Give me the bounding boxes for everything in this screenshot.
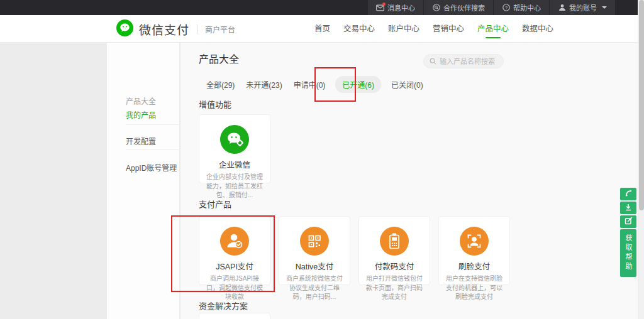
card-native-pay[interactable]: Native支付 商户系统按微信支付协议生成支付二维码，用户扫码... — [279, 216, 350, 285]
card-title: 付款码支付 — [359, 260, 430, 272]
header-nav: 首页 交易中心 账户中心 营销中心 产品中心 数据中心 — [313, 15, 555, 43]
get-help-button[interactable]: 获取帮助 — [620, 229, 636, 277]
section-funds-title: 资金解决方案 — [199, 300, 248, 311]
section-value-added-title: 增值功能 — [199, 98, 231, 110]
wecom-bubble-icon — [220, 125, 249, 154]
payment-cards: JSAPI支付 商户调用JSAPI接口，调起微信支付模块收款 Native支付 … — [199, 216, 510, 285]
chevron-down-icon — [602, 6, 607, 9]
search-icon — [430, 56, 436, 67]
tab-activated[interactable]: 已开通(6) — [335, 76, 381, 93]
card-description: 商户调用JSAPI接口，调起微信支付模块收款 — [199, 274, 270, 302]
envelope-icon — [376, 4, 384, 11]
person-check-icon — [220, 227, 249, 256]
download-icon — [625, 202, 632, 214]
sidebar: 产品大全 我的产品 开发配置 AppID账号管理 — [107, 43, 180, 319]
scrollbar-thumb[interactable] — [639, 0, 644, 210]
sidebar-item-appid-mgmt[interactable]: AppID账号管理 — [126, 162, 177, 173]
card-title: Native支付 — [279, 260, 350, 272]
wechat-logo-icon — [116, 19, 133, 39]
tab-applying[interactable]: 申请中(0) — [292, 76, 327, 93]
topbar-help-center[interactable]: ? 帮助中心 — [494, 0, 549, 15]
nav-data-center[interactable]: 数据中心 — [520, 15, 555, 43]
feedback-button[interactable] — [620, 215, 636, 228]
sidebar-divider — [126, 149, 179, 150]
card-description: 用户打开微信钱包付款卡页面，商户扫码完成支付 — [359, 274, 430, 302]
download-button[interactable] — [620, 202, 636, 214]
topbar-partner-search[interactable]: 合作伙伴搜索 — [424, 0, 493, 15]
tab-not-activated[interactable]: 未开通(23) — [245, 76, 283, 93]
phone-icon — [625, 188, 633, 200]
tab-closed[interactable]: 已关闭(0) — [390, 76, 425, 93]
floating-toolbar: 获取帮助 — [620, 188, 636, 277]
card-partial[interactable] — [199, 313, 270, 319]
search-input[interactable] — [440, 58, 497, 65]
topbar-account-label: 我的账号 — [569, 3, 597, 13]
person-icon — [558, 4, 566, 11]
card-title: 企业微信 — [199, 158, 270, 170]
topbar-message-center[interactable]: 消息中心 — [368, 0, 423, 15]
sidebar-item-dev-config[interactable]: 开发配置 — [126, 136, 156, 146]
topbar-message-label: 消息中心 — [387, 3, 415, 13]
topbar-items: 消息中心 合作伙伴搜索 ? 帮助中心 我的账号 — [368, 0, 615, 15]
card-wecom[interactable]: 企业微信 企业内部支付及管理能力，如给员工发红包、报销付... — [199, 114, 270, 183]
brand-name: 微信支付 — [139, 21, 189, 38]
brand[interactable]: 微信支付 商户平台 — [116, 15, 235, 43]
product-search[interactable] — [423, 54, 504, 68]
topbar-help-label: 帮助中心 — [513, 3, 541, 13]
pos-terminal-icon — [380, 227, 409, 256]
wechat-pay-merchant-platform: 消息中心 合作伙伴搜索 ? 帮助中心 我的账号 — [0, 0, 644, 319]
sidebar-divider — [126, 124, 179, 125]
nav-home[interactable]: 首页 — [313, 15, 332, 43]
card-title: 刷脸支付 — [439, 260, 509, 272]
status-tabs: 全部(29) 未开通(23) 申请中(0) 已开通(6) 已关闭(0) — [205, 76, 425, 93]
nav-marketing-center[interactable]: 营销中心 — [431, 15, 466, 43]
card-description: 商户系统按微信支付协议生成支付二维码，用户扫码... — [279, 274, 350, 302]
card-description: 企业内部支付及管理能力，如给员工发红包、报销付... — [199, 173, 270, 200]
face-scan-icon — [460, 227, 489, 256]
card-jsapi-pay[interactable]: JSAPI支付 商户调用JSAPI接口，调起微信支付模块收款 — [199, 216, 270, 285]
circled-question-icon: ? — [502, 4, 510, 11]
topbar: 消息中心 合作伙伴搜索 ? 帮助中心 我的账号 — [0, 0, 644, 15]
contact-button[interactable] — [620, 188, 636, 200]
svg-text:?: ? — [504, 5, 507, 11]
topbar-my-account[interactable]: 我的账号 — [550, 0, 615, 15]
page-title: 产品大全 — [199, 51, 239, 66]
value-added-cards: 企业微信 企业内部支付及管理能力，如给员工发红包、报销付... — [199, 114, 270, 183]
qrcode-icon — [300, 227, 329, 256]
brand-divider — [197, 24, 197, 34]
circled-search-icon — [432, 4, 440, 11]
nav-account-center[interactable]: 账户中心 — [386, 15, 421, 43]
sidebar-item-my-products[interactable]: 我的产品 — [126, 109, 156, 120]
card-micropay[interactable]: 付款码支付 用户打开微信钱包付款卡页面，商户扫码完成支付 — [358, 216, 430, 285]
card-face-pay[interactable]: 刷脸支付 用户在支持微信刷脸支付的机器上，可以刷脸完成支付 — [438, 216, 510, 285]
brand-portal-label: 商户平台 — [205, 24, 235, 35]
card-description: 用户在支持微信刷脸支付的机器上，可以刷脸完成支付 — [439, 274, 509, 302]
topbar-partner-label: 合作伙伴搜索 — [443, 3, 485, 13]
card-title: JSAPI支付 — [199, 260, 270, 272]
notification-dot — [382, 3, 386, 6]
section-payment-title: 支付产品 — [199, 198, 231, 210]
scrollbar-track[interactable] — [638, 0, 644, 319]
main-content: 产品大全 全部(29) 未开通(23) 申请中(0) 已开通(6) 已关闭(0)… — [180, 43, 638, 319]
edit-icon — [625, 216, 633, 227]
header: 微信支付 商户平台 首页 交易中心 账户中心 营销中心 产品中心 数据中心 — [0, 15, 644, 43]
nav-transaction-center[interactable]: 交易中心 — [341, 15, 377, 43]
tab-all[interactable]: 全部(29) — [205, 76, 236, 93]
nav-product-center[interactable]: 产品中心 — [475, 15, 511, 43]
sidebar-group-products: 产品大全 — [126, 95, 156, 106]
